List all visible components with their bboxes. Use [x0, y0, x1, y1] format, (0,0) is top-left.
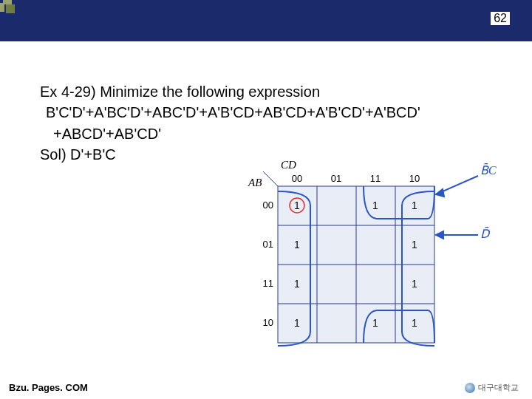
header-bar — [0, 0, 532, 41]
logo-text: 대구대학교 — [478, 382, 519, 393]
kmap-cell-03: 1 — [412, 200, 417, 211]
kmap-colhdr-3: 10 — [409, 173, 420, 184]
slide-content: Ex 4-29) Minimize the following expressi… — [40, 81, 502, 166]
svg-marker-10 — [436, 189, 444, 197]
kmap-cell-30: 1 — [294, 317, 300, 329]
kmap-cell-00: 1 — [294, 200, 300, 211]
kmap-cell-10: 1 — [294, 239, 300, 250]
kmap-colhdr-0: 00 — [292, 173, 302, 184]
kmap-colhdr-2: 11 — [370, 173, 381, 184]
kmap-cell-02: 1 — [372, 200, 378, 211]
svg-line-8 — [263, 171, 278, 186]
logo-icon — [465, 383, 475, 393]
kmap-col-var: CD — [281, 159, 296, 171]
svg-marker-12 — [436, 231, 443, 239]
kmap-annotation-d: D̄ — [480, 227, 491, 240]
expression-line-2: +ABCD'+AB'CD' — [53, 123, 502, 144]
footer-text: Bzu. Pages. COM — [9, 382, 88, 393]
kmap-cell-13: 1 — [412, 239, 417, 250]
corner-decoration — [0, 0, 21, 21]
slide-number: 62 — [491, 12, 510, 25]
kmap-annotation-bc: B̄C — [480, 163, 497, 177]
kmap-cell-20: 1 — [294, 278, 300, 290]
kmap-row-var: AB — [248, 177, 262, 188]
problem-title: Ex 4-29) Minimize the following expressi… — [40, 81, 502, 102]
kmap-cell-32: 1 — [372, 317, 378, 329]
kmap-colhdr-1: 01 — [331, 173, 341, 184]
footer-logo: 대구대학교 — [465, 382, 519, 393]
kmap-cell-23: 1 — [412, 278, 417, 290]
kmap-cell-33: 1 — [412, 317, 417, 329]
kmap-rowhdr-0: 00 — [263, 200, 273, 211]
kmap-rowhdr-2: 11 — [263, 278, 273, 289]
kmap-rowhdr-3: 10 — [263, 317, 273, 328]
expression-line-1: B'C'D'+A'BC'D'+ABC'D'+A'B'CD+AB'CD+A'B'C… — [46, 102, 502, 123]
kmap-figure: CD AB 00 01 11 10 00 01 11 10 1 1 1 1 1 … — [231, 154, 504, 353]
kmap-rowhdr-1: 01 — [263, 239, 273, 250]
